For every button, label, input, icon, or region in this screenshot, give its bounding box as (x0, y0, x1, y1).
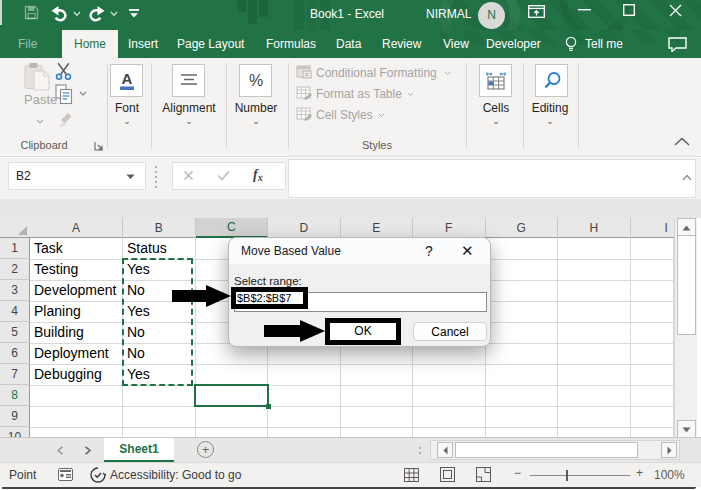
svg-text:≠: ≠ (305, 71, 309, 78)
svg-text:A: A (121, 70, 132, 87)
svg-text:%: % (248, 72, 262, 89)
